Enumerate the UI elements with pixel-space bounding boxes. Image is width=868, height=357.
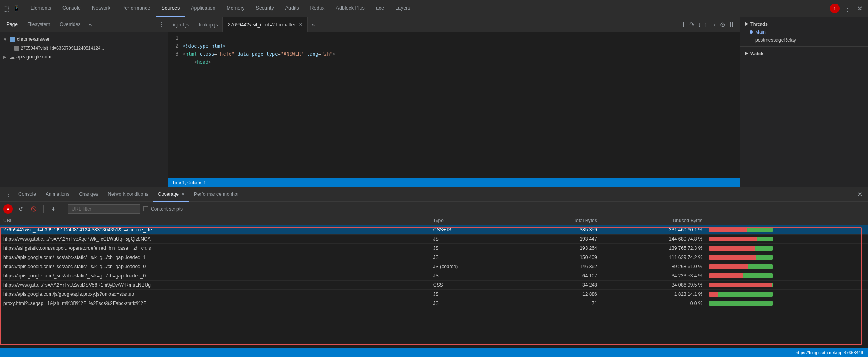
coverage-table-row[interactable]: https://apis.google.com/_scs/abc-static/… [0, 262, 868, 271]
coverage-export-btn[interactable]: ⬇ [48, 204, 58, 214]
coverage-table-row[interactable]: proxy.html?usegapi=1&jsh=m%3B%2F_%2Fscs%… [0, 299, 868, 308]
cursor-icon[interactable]: ⬚ [3, 5, 9, 12]
coverage-table-row[interactable]: https://www.gsta.../rs=AA2YrTvUZwpDSV58R… [0, 281, 868, 290]
tab-audits[interactable]: Audits [280, 0, 305, 17]
devtools-icons: ⬚ 📱 [3, 5, 20, 12]
coverage-bar-green [718, 292, 773, 297]
tree-item-file[interactable]: 2765944?visit_id=636979911240814124... [6, 44, 168, 52]
thread-postmessage[interactable]: postmessageRelay [740, 36, 868, 44]
source-tabs-more[interactable]: » [85, 20, 95, 30]
url-filter-input[interactable] [68, 204, 140, 214]
coverage-cell-type: JS (coarse) [430, 262, 511, 271]
tab-elements[interactable]: Elements [25, 0, 57, 17]
tab-network[interactable]: Network [86, 0, 116, 17]
coverage-cell-type: JS [430, 235, 511, 244]
toolbar-separator [43, 205, 44, 213]
bottom-tab-perf-monitor[interactable]: Performance monitor [189, 187, 244, 202]
coverage-tab-label: Coverage [158, 191, 179, 197]
tree-item-chrome-answer[interactable]: ▼ chrome/answer [0, 35, 168, 44]
code-line-3: <head> [182, 59, 211, 65]
coverage-cell-url: https://apis.google.com/js/googleapis.pr… [0, 290, 430, 299]
file-tree: ▼ chrome/answer 2765944?visit_id=6369799… [0, 32, 168, 187]
editor-tabs-more[interactable]: » [309, 22, 317, 28]
coverage-cell-url: https://www.gstatic..../rs=AA2YrTveXqe7W… [0, 235, 430, 244]
bottom-close-btn[interactable]: ✕ [855, 191, 865, 198]
tab-adblock-plus[interactable]: Adblock Plus [330, 0, 370, 17]
coverage-table-row[interactable]: https://www.gstatic..../rs=AA2YrTveXqe7W… [0, 235, 868, 244]
bottom-tab-network-conditions[interactable]: Network conditions [103, 187, 153, 202]
tab-performance[interactable]: Performance [116, 0, 156, 17]
step-icon[interactable]: → [710, 21, 717, 28]
threads-title[interactable]: ▶ Threads [740, 20, 868, 28]
tab-layers[interactable]: Layers [390, 0, 416, 17]
coverage-bar-container [709, 246, 773, 251]
coverage-table-row[interactable]: https://apis.google.com/_scs/abc-static/… [0, 253, 868, 262]
coverage-cell-total-bytes: 385 359 [511, 225, 600, 235]
coverage-bar-container [709, 227, 773, 232]
bottom-drawer-menu[interactable]: ⋮ [3, 191, 14, 198]
deactivate-breakpoints-icon[interactable]: ⊘ [720, 21, 725, 28]
source-panel-menu[interactable]: ⋮ [156, 20, 166, 30]
coverage-cell-url: https://apis.google.com/_scs/abc-static/… [0, 253, 430, 262]
clear-icon: 🚫 [31, 206, 37, 212]
coverage-cell-total-bytes: 146 362 [511, 262, 600, 271]
close-devtools-icon[interactable]: ✕ [855, 5, 865, 12]
tab-memory[interactable]: Memory [221, 0, 250, 17]
code-status-bar: Line 1, Column 1 [168, 178, 740, 187]
pause-on-exceptions-icon[interactable]: ⏸ [728, 21, 735, 28]
tab-sources[interactable]: Sources [156, 0, 185, 17]
step-out-icon[interactable]: ↑ [704, 21, 707, 28]
tree-item-apis-label: apis.google.com [16, 54, 51, 60]
content-scripts-checkbox[interactable] [143, 206, 148, 211]
coverage-table-row[interactable]: https://apis.google.com/js/googleapis.pr… [0, 290, 868, 299]
step-over-icon[interactable]: ↷ [689, 21, 694, 28]
cursor-position: Line 1, Column 1 [173, 180, 206, 185]
coverage-bar-container [709, 237, 773, 241]
editor-tab-formatted[interactable]: 2765944?visit_i...rd=2:formatted ✕ [223, 17, 308, 32]
bottom-tabs-row: ⋮ Console Animations Changes Network con… [0, 187, 868, 202]
bottom-tab-coverage[interactable]: Coverage ✕ [153, 187, 189, 202]
coverage-table-row[interactable]: https://apis.google.com/_scs/abc-static/… [0, 271, 868, 281]
code-lines[interactable]: <!doctype html> <html class="hcfe" data-… [182, 34, 740, 176]
step-into-icon[interactable]: ↓ [698, 21, 701, 28]
source-tabs-row: Page Filesystem Overrides » ⋮ [0, 17, 168, 32]
coverage-record-btn[interactable]: ● [3, 204, 13, 214]
coverage-clear-btn[interactable]: 🚫 [29, 204, 38, 214]
coverage-cell-unused-bytes: 34 223 53.4 % [600, 271, 706, 281]
coverage-tab-close[interactable]: ✕ [181, 192, 184, 196]
coverage-bar-red [709, 255, 756, 260]
tab-axe[interactable]: axe [370, 0, 390, 17]
coverage-bar-red [709, 227, 747, 232]
device-icon[interactable]: 📱 [13, 5, 20, 12]
tab-redux[interactable]: Redux [304, 0, 330, 17]
bottom-tab-animations[interactable]: Animations [41, 187, 74, 202]
tab-application[interactable]: Application [185, 0, 221, 17]
source-tab-overrides[interactable]: Overrides [55, 17, 85, 32]
coverage-table-row[interactable]: 2765944?visit_id=636979911240814124-3830… [0, 225, 868, 235]
editor-tab-inject[interactable]: inject.js [168, 17, 194, 32]
coverage-table-row[interactable]: https://ssl.gstatic.com/suppor.../operat… [0, 244, 868, 253]
pause-icon[interactable]: ⏸ [680, 21, 686, 28]
coverage-refresh-btn[interactable]: ↺ [16, 204, 26, 214]
tree-item-apis-google[interactable]: ▶ ☁ apis.google.com [0, 52, 168, 61]
editor-tabs-row: inject.js lookup.js 2765944?visit_i...rd… [168, 17, 740, 32]
badge-close[interactable]: 1 [830, 4, 840, 13]
content-scripts-label[interactable]: Content scripts [143, 206, 183, 212]
content-scripts-text: Content scripts [151, 206, 183, 212]
source-tab-filesystem[interactable]: Filesystem [22, 17, 55, 32]
thread-main[interactable]: Main [740, 28, 868, 36]
coverage-toolbar: ● ↺ 🚫 ⬇ Content scripts [0, 202, 868, 216]
coverage-cell-url: https://ssl.gstatic.com/suppor.../operat… [0, 244, 430, 253]
tab-console[interactable]: Console [57, 0, 86, 17]
coverage-bar-red [709, 283, 772, 287]
bottom-tab-console[interactable]: Console [14, 187, 41, 202]
coverage-table-wrap: URL Type Total Bytes Unused Bytes 276594… [0, 216, 868, 348]
status-url: https://blog.csdn.net/qq_37653449 [796, 350, 863, 355]
tab-security[interactable]: Security [250, 0, 280, 17]
editor-tab-lookup[interactable]: lookup.js [194, 17, 223, 32]
bottom-tab-changes[interactable]: Changes [74, 187, 103, 202]
editor-tab-close[interactable]: ✕ [299, 22, 302, 27]
source-tab-page[interactable]: Page [2, 17, 22, 32]
watch-title[interactable]: ▶ Watch [740, 49, 868, 58]
more-menu-icon[interactable]: ⋮ [841, 4, 853, 13]
